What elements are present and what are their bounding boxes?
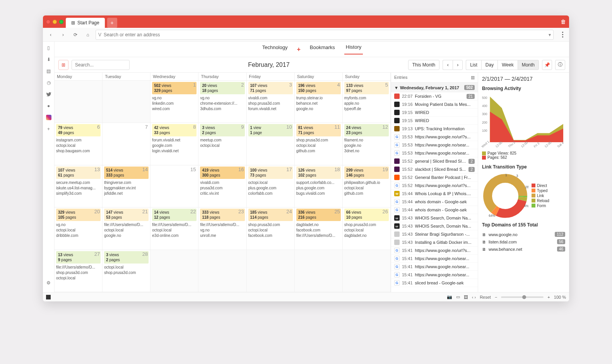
calendar-cell[interactable]: 842 views33 pagesforum.vivaldi.netgoogle…: [150, 123, 198, 165]
calendar-cell[interactable]: 20329 views105 pagesvg.nooctopi.localdri…: [55, 208, 103, 250]
zoom-slider[interactable]: [501, 296, 544, 298]
calendar-cell[interactable]: 1181 views71 pagesshop.prusa3d.comoctopi…: [295, 123, 343, 165]
domain-row[interactable]: 🗎www.google.no112: [482, 231, 565, 238]
reset-zoom[interactable]: Reset: [480, 295, 491, 299]
entry-row[interactable]: W15:44Whois Lookup & IP | Whois....: [391, 190, 478, 198]
calendar-cell[interactable]: 13107 views61 pagessecure.meetup.comisku…: [55, 165, 103, 208]
nav-technology[interactable]: Technology: [261, 44, 289, 54]
calendar-cell[interactable]: [55, 81, 103, 123]
instagram-panel-icon[interactable]: [46, 114, 52, 121]
entry-row[interactable]: ω15:43WHOIS Search, Domain Na...: [391, 222, 478, 230]
settings-icon[interactable]: ⚙: [46, 280, 52, 286]
add-panel-icon[interactable]: +: [46, 126, 52, 132]
calendar-cell[interactable]: 4196 views150 pagestrump.steinar.iobehan…: [295, 81, 343, 123]
panel-toggle-icon[interactable]: [46, 295, 51, 299]
calendar-cell[interactable]: [103, 81, 150, 123]
entry-row[interactable]: 19:13UPS: Tracking Information: [391, 125, 478, 133]
calendar-cell[interactable]: 24185 views114 pagesshop.prusa3d.comocto…: [247, 208, 295, 250]
next-button[interactable]: ›: [453, 60, 463, 70]
calendar-cell[interactable]: 7: [103, 123, 150, 165]
calendar-cell[interactable]: 2713 views9 pagesfile:///Users/atlemo/D.…: [55, 250, 103, 292]
code-icon[interactable]: ‹ ›: [472, 295, 476, 299]
calendar-cell[interactable]: 16419 views300 pagesvivaldi.comprusa3d.c…: [198, 165, 246, 208]
entry-row[interactable]: G15:44whois domain - Google-søk: [391, 198, 478, 206]
calendar-cell[interactable]: [247, 250, 295, 292]
domain-row[interactable]: 🗎listen.tidal.com56: [482, 238, 565, 245]
entry-row[interactable]: 15:52General Banter Podcast | Fr...: [391, 173, 478, 182]
calendar-cell[interactable]: 17100 views73 pagesoctopi.localplus.goog…: [247, 165, 295, 208]
nav-bookmarks[interactable]: Bookmarks: [308, 44, 337, 54]
calendar-cell[interactable]: 25336 views216 pagesdagbladet.nofacebook…: [295, 208, 343, 250]
entry-row[interactable]: 15:43Installing a Gitlab Docker im...: [391, 238, 478, 247]
nav-add-icon[interactable]: +: [297, 46, 300, 53]
calendar-cell[interactable]: 23333 views118 pagesfile:///Users/atlemo…: [198, 208, 246, 250]
entry-row[interactable]: G15:44whois domain - Google-søk: [391, 206, 478, 214]
calendar-cell[interactable]: 283 views2 pagesoctopi.localshop.prusa3d…: [103, 250, 150, 292]
trash-icon[interactable]: 🗑: [561, 19, 566, 25]
entries-list[interactable]: 22:07Forsiden - VG2119:16Moving Patient …: [391, 92, 478, 292]
entry-row[interactable]: G15:41https://www.google.no/sear...: [391, 263, 478, 271]
calendar-cell[interactable]: [295, 250, 343, 292]
this-month-button[interactable]: This Month: [408, 60, 439, 70]
reload-button[interactable]: ⟳: [71, 30, 80, 39]
new-tab-button[interactable]: +: [107, 18, 117, 28]
close-window[interactable]: [46, 20, 50, 24]
calendar-cell[interactable]: 679 views49 pagesinstagram.comoctopi.loc…: [55, 123, 103, 165]
entry-row[interactable]: 15:52slackbot | Sliced Bread S...2: [391, 165, 478, 173]
notes-panel-icon[interactable]: ▤: [46, 68, 52, 74]
prev-button[interactable]: ‹: [443, 60, 453, 70]
calendar-cell[interactable]: 18126 views102 pagessupport.colorfabb.co…: [295, 165, 343, 208]
entry-row[interactable]: 19:15WIRED: [391, 117, 478, 125]
entry-row[interactable]: 15:52general | Sliced Bread Sla...2: [391, 157, 478, 165]
entries-date[interactable]: ▼ Wednesday, February 1, 2017 502: [391, 83, 478, 92]
info-icon[interactable]: ⓘ: [555, 60, 565, 70]
calendar-cell[interactable]: 14514 views333 pagesthingiverse.combyggm…: [103, 165, 150, 208]
entry-row[interactable]: G15:41https://www.google.no/url?s...: [391, 247, 478, 255]
entry-row[interactable]: ω15:43WHOIS Search, Domain Na...: [391, 214, 478, 222]
calendar-cell[interactable]: 15: [150, 165, 198, 208]
downloads-panel-icon[interactable]: ⬇: [46, 56, 52, 63]
maximize-window[interactable]: [59, 20, 63, 24]
address-bar[interactable]: V ▾: [96, 30, 554, 40]
history-search[interactable]: [72, 60, 130, 70]
dribbble-panel-icon[interactable]: ●: [46, 103, 52, 109]
entry-row[interactable]: G15:53https://www.google.no/sear...: [391, 149, 478, 157]
forward-button[interactable]: ›: [58, 30, 68, 39]
minimize-window[interactable]: [53, 20, 57, 24]
entry-row[interactable]: G15:41sliced bread - Google-søk: [391, 279, 478, 287]
toggle-view-icon[interactable]: ⊞: [58, 60, 68, 70]
columns-icon[interactable]: ▥: [471, 75, 475, 80]
calendar-cell[interactable]: [343, 250, 391, 292]
view-week[interactable]: Week: [497, 60, 517, 70]
twitter-panel-icon[interactable]: [46, 91, 52, 97]
calendar-cell[interactable]: 2214 views12 pagesfile:///Users/atlemo/D…: [150, 208, 198, 250]
calendar-cell[interactable]: 5133 views97 pagesmyfonts.comapple.notyp…: [343, 81, 391, 123]
image-icon[interactable]: 🖼: [464, 295, 468, 299]
calendar-cell[interactable]: 1224 views23 pagesfilament.nogoogle.no3d…: [343, 123, 391, 165]
calendar-cell[interactable]: [198, 250, 246, 292]
entry-row[interactable]: G15:52https://www.google.no/url?s...: [391, 182, 478, 190]
calendar-cell[interactable]: 220 views18 pagesvg.nochrome-extension:/…: [198, 81, 246, 123]
entry-row[interactable]: 15:43Steinar Bragi Sigurðarson -...: [391, 230, 478, 238]
zoom-minus[interactable]: −: [495, 295, 497, 299]
browser-tab[interactable]: ⊞ Start Page: [66, 18, 105, 28]
tile-icon[interactable]: ▭: [456, 294, 460, 299]
entry-row[interactable]: 22:07Forsiden - VG21: [391, 92, 478, 100]
entry-row[interactable]: G15:41https://www.google.no/sear...: [391, 271, 478, 279]
calendar-cell[interactable]: 93 views2 pagesmeetup.comoctopi.local: [198, 123, 246, 165]
zoom-plus[interactable]: +: [547, 295, 550, 299]
view-list[interactable]: List: [466, 60, 481, 70]
pin-icon[interactable]: 📌: [542, 60, 552, 70]
calendar-cell[interactable]: 3107 views71 pagesvivaldi.comshop.prusa3…: [247, 81, 295, 123]
back-button[interactable]: ‹: [46, 30, 55, 39]
address-input[interactable]: [104, 32, 546, 37]
bookmarks-panel-icon[interactable]: ▯: [46, 45, 52, 51]
entry-row[interactable]: 19:15WIRED: [391, 109, 478, 117]
calendar-cell[interactable]: 2666 views10 pagesshop.prusa3d.comoctopi…: [343, 208, 391, 250]
entry-row[interactable]: 19:16Moving Patient Data Is Mes...: [391, 100, 478, 109]
calendar-cell[interactable]: 101 view1 page: [247, 123, 295, 165]
calendar-cell[interactable]: 19299 views146 pagesphilipwalton.github.…: [343, 165, 391, 208]
entry-row[interactable]: G15:53https://www.google.no/sear...: [391, 141, 478, 149]
nav-history[interactable]: History: [344, 44, 363, 54]
view-day[interactable]: Day: [481, 60, 497, 70]
